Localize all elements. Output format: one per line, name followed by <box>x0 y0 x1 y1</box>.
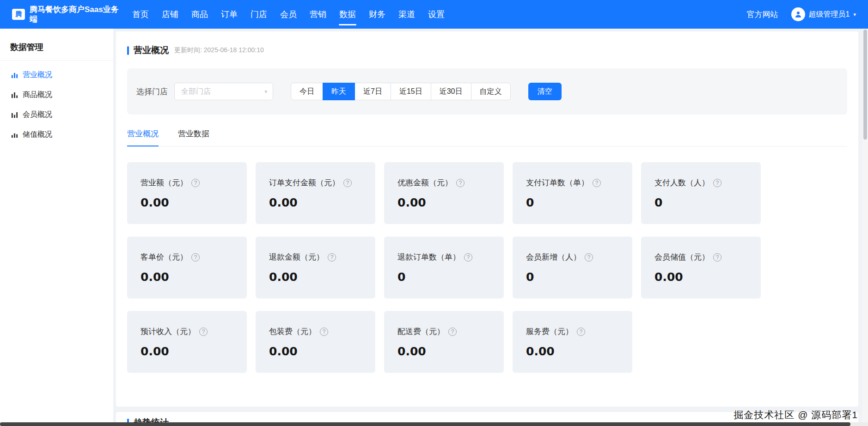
stat-value: 0 <box>397 270 496 284</box>
stat-label: 服务费（元） <box>526 326 573 337</box>
nav-item-order[interactable]: 订单 <box>221 0 238 29</box>
stat-label: 订单支付金额（元） <box>269 177 340 188</box>
topbar-right: 官方网站 超级管理员1 ▾ <box>747 7 856 21</box>
horizontal-scrollbar[interactable] <box>0 422 868 426</box>
date-btn-last-15-days[interactable]: 近15日 <box>391 83 431 100</box>
filter-bar: 选择门店 ▾ 今日 昨天 近7日 近15日 近30日 自定义 清空 <box>127 68 847 115</box>
update-time: 更新时间: 2025-06-18 12:00:10 <box>174 46 264 55</box>
date-btn-last-7-days[interactable]: 近7日 <box>355 83 391 100</box>
help-icon[interactable]: ? <box>448 328 457 336</box>
vertical-scrollbar[interactable] <box>862 29 868 422</box>
help-icon[interactable]: ? <box>191 179 200 187</box>
store-select-input[interactable] <box>181 87 259 96</box>
stat-label: 配送费（元） <box>397 326 445 337</box>
sidebar-item-product-overview[interactable]: 商品概况 <box>0 85 113 105</box>
vertical-scrollbar-thumb[interactable] <box>863 30 867 140</box>
bar-chart-icon <box>11 91 18 98</box>
stat-card-new-members: 会员新增（人）? 0 <box>513 237 632 298</box>
bar-chart-icon <box>11 111 18 118</box>
nav-item-data[interactable]: 数据 <box>339 0 356 29</box>
stat-card-refund-orders: 退款订单数（单）? 0 <box>384 237 504 298</box>
help-icon[interactable]: ? <box>713 179 721 187</box>
help-icon[interactable]: ? <box>577 328 585 336</box>
nav-item-product[interactable]: 商品 <box>191 0 208 29</box>
user-menu[interactable]: 超级管理员1 ▾ <box>791 7 856 21</box>
clear-button[interactable]: 清空 <box>528 83 562 100</box>
nav-item-home[interactable]: 首页 <box>132 0 149 29</box>
section-title: 营业概况 <box>134 44 169 56</box>
sidebar-item-member-overview[interactable]: 会员概况 <box>0 105 113 125</box>
date-btn-yesterday[interactable]: 昨天 <box>323 83 355 100</box>
tab-business-overview[interactable]: 营业概况 <box>127 128 159 146</box>
date-btn-custom[interactable]: 自定义 <box>471 83 511 100</box>
stat-value: 0.00 <box>141 270 239 284</box>
brand-logo-icon: 腾 <box>12 9 25 20</box>
sidebar-item-label: 营业概况 <box>23 70 52 80</box>
brand[interactable]: 腾 腾马餐饮多商户Saas业务端 <box>12 5 122 24</box>
stat-card-discount-amount: 优惠金额（元）? 0.00 <box>384 162 504 224</box>
sidebar-item-label: 储值概况 <box>23 130 52 140</box>
stat-label: 会员储值（元） <box>654 252 709 262</box>
stat-label: 包装费（元） <box>269 326 316 337</box>
nav-item-member[interactable]: 会员 <box>280 0 297 29</box>
watermark-text: 掘金技术社区 @ 源码部署1 <box>734 408 858 421</box>
help-icon[interactable]: ? <box>585 253 593 262</box>
stat-value: 0.00 <box>526 345 625 358</box>
nav-item-settings[interactable]: 设置 <box>428 0 445 29</box>
help-icon[interactable]: ? <box>191 253 200 262</box>
stat-label: 客单价（元） <box>141 252 188 262</box>
nav-item-channel[interactable]: 渠道 <box>398 0 415 29</box>
help-icon[interactable]: ? <box>456 179 465 187</box>
sidebar-item-business-overview[interactable]: 营业概况 <box>0 65 113 85</box>
stat-card-packaging-fee: 包装费（元）? 0.00 <box>256 311 375 373</box>
official-site-link[interactable]: 官方网站 <box>747 9 778 20</box>
sidebar-item-stored-value-overview[interactable]: 储值概况 <box>0 125 113 145</box>
user-avatar-icon <box>791 7 805 21</box>
chevron-down-icon: ▾ <box>264 89 267 95</box>
nav-item-finance[interactable]: 财务 <box>369 0 385 29</box>
stat-card-delivery-fee: 配送费（元）? 0.00 <box>384 311 504 373</box>
stat-value: 0.00 <box>269 345 368 358</box>
help-icon[interactable]: ? <box>328 253 336 262</box>
main-content: 营业概况 更新时间: 2025-06-18 12:00:10 选择门店 ▾ 今日… <box>113 29 868 426</box>
date-btn-last-30-days[interactable]: 近30日 <box>431 83 471 100</box>
nav-item-store[interactable]: 门店 <box>251 0 267 29</box>
help-icon[interactable]: ? <box>713 253 721 262</box>
update-time-label: 更新时间: <box>174 46 202 54</box>
brand-title: 腾马餐饮多商户Saas业务端 <box>30 5 122 24</box>
date-range-group: 今日 昨天 近7日 近15日 近30日 自定义 <box>291 83 511 100</box>
help-icon[interactable]: ? <box>320 328 328 336</box>
nav-item-shop[interactable]: 店铺 <box>162 0 178 29</box>
stat-label: 营业额（元） <box>141 177 188 188</box>
stat-card-member-stored-value: 会员储值（元）? 0.00 <box>641 237 761 298</box>
horizontal-scrollbar-thumb[interactable] <box>0 422 850 426</box>
bar-chart-icon <box>11 131 18 138</box>
stat-value: 0.00 <box>141 196 239 209</box>
sidebar-item-label: 商品概况 <box>23 90 52 100</box>
stat-value: 0 <box>526 270 625 284</box>
stat-label: 会员新增（人） <box>526 252 581 262</box>
update-time-value: 2025-06-18 12:00:10 <box>204 46 264 54</box>
stat-value: 0.00 <box>397 345 496 358</box>
stat-label: 退款金额（元） <box>269 252 324 262</box>
help-icon[interactable]: ? <box>464 253 472 262</box>
tab-business-data[interactable]: 营业数据 <box>178 128 209 146</box>
sidebar-title: 数据管理 <box>0 29 113 61</box>
help-icon[interactable]: ? <box>593 179 601 187</box>
stat-label: 退款订单数（单） <box>397 252 460 262</box>
help-icon[interactable]: ? <box>343 179 352 187</box>
store-select[interactable]: ▾ <box>174 83 273 100</box>
top-nav: 首页 店铺 商品 订单 门店 会员 营销 数据 财务 渠道 设置 <box>132 0 445 29</box>
stat-card-paid-orders: 支付订单数（单）? 0 <box>513 162 632 224</box>
sidebar-list: 营业概况 商品概况 会员概况 储值概况 <box>0 61 113 145</box>
stat-card-revenue: 营业额（元）? 0.00 <box>127 162 247 224</box>
section-header: 营业概况 更新时间: 2025-06-18 12:00:10 <box>127 44 847 56</box>
nav-item-marketing[interactable]: 营销 <box>310 0 326 29</box>
stat-card-order-paid-amount: 订单支付金额（元）? 0.00 <box>256 162 375 224</box>
stat-card-paying-users: 支付人数（人）? 0 <box>641 162 761 224</box>
stat-label: 预计收入（元） <box>141 326 196 337</box>
help-icon[interactable]: ? <box>199 328 208 336</box>
sidebar: 数据管理 营业概况 商品概况 会员概况 <box>0 29 113 426</box>
layout: 数据管理 营业概况 商品概况 会员概况 <box>0 29 868 426</box>
date-btn-today[interactable]: 今日 <box>291 83 323 100</box>
